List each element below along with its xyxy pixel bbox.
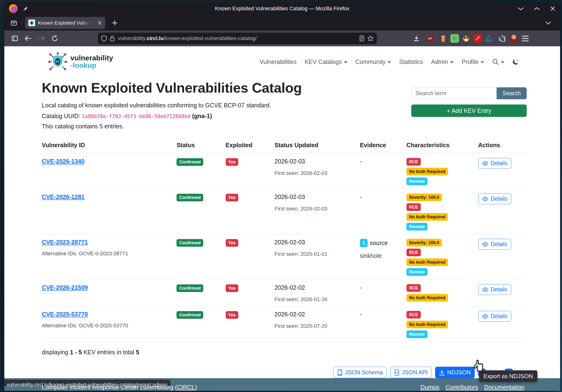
- table-header-row: Vulnerability IDStatusExploitedStatus Up…: [42, 139, 527, 153]
- search-button[interactable]: Search: [497, 87, 527, 99]
- details-button[interactable]: Details: [478, 284, 511, 295]
- nav-item-label: Admin: [431, 59, 448, 65]
- grid-extension-icon[interactable]: [450, 34, 459, 43]
- site-header: vulnerability -lookup VulnerabilitiesKEV…: [4, 46, 560, 71]
- nav-item-statistics[interactable]: Statistics: [399, 59, 423, 65]
- first-seen-date: First seen: 2026-02-03: [275, 206, 358, 212]
- alternative-ids: Alternative IDs: GCVE-0-2025-53770: [42, 322, 175, 329]
- list-tabs-chevron-icon[interactable]: [542, 18, 554, 28]
- eye-icon: [482, 242, 488, 247]
- evidence-count-badge: 1: [360, 239, 368, 247]
- nav-search-icon[interactable]: [492, 59, 504, 65]
- reload-button[interactable]: [49, 33, 61, 44]
- characteristic-badge: RCE: [407, 203, 421, 211]
- nav-item-admin[interactable]: Admin: [431, 59, 454, 65]
- json-schema-file-icon: JSON: [337, 369, 342, 376]
- entries-count: This catalog contains 5 entries.: [42, 123, 527, 130]
- firefox-window: Known Exploited Vulnerabilities Catalog …: [4, 2, 560, 391]
- column-header: Actions: [478, 139, 527, 153]
- back-button[interactable]: [22, 33, 34, 44]
- tracking-shield-icon[interactable]: [101, 35, 107, 42]
- tab-favicon-icon: [28, 20, 35, 26]
- privacy-badger-icon[interactable]: [460, 33, 472, 44]
- trash-extension-icon[interactable]: [437, 33, 449, 44]
- chevron-down-icon: [450, 61, 454, 63]
- exploited-badge: Yes: [226, 194, 238, 201]
- site-logo[interactable]: vulnerability -lookup: [48, 52, 113, 71]
- wand-extension-icon[interactable]: [473, 34, 482, 43]
- cve-link[interactable]: CVE-2025-53770: [42, 311, 88, 318]
- bookmark-star-icon[interactable]: [367, 35, 374, 42]
- search-input[interactable]: [411, 87, 497, 99]
- status-updated-date: 2026-02-03: [275, 239, 358, 246]
- json-schema-button[interactable]: JSON JSON Schema: [333, 367, 387, 378]
- characteristic-badge: Severity: 100.0: [407, 239, 442, 247]
- add-kev-entry-button[interactable]: + Add KEV Entry: [411, 105, 527, 117]
- nav-item-label: Community: [355, 59, 386, 65]
- maximize-button[interactable]: [534, 7, 540, 11]
- json-api-button[interactable]: JSON API: [390, 367, 432, 378]
- circl-link[interactable]: CIRCL: [177, 384, 195, 391]
- characteristic-badge: No Auth Required: [407, 213, 448, 221]
- main-nav: VulnerabilitiesKEV CatalogsCommunityStat…: [259, 58, 520, 65]
- characteristic-badge: Remote: [407, 268, 427, 276]
- window-title: Known Exploited Vulnerabilities Catalog …: [4, 5, 560, 12]
- footer-links: DumpsContributorsDocumentation: [420, 384, 524, 391]
- table-row: CVE-2025-53770Alternative IDs: GCVE-0-20…: [42, 306, 527, 342]
- characteristic-badge: No Auth Required: [407, 168, 448, 175]
- axe-devtools-icon[interactable]: ax: [483, 33, 495, 44]
- cve-link[interactable]: CVE-2026-1340: [42, 158, 84, 165]
- reader-mode-icon[interactable]: [359, 35, 364, 42]
- dark-mode-toggle-icon[interactable]: [512, 58, 520, 65]
- minimize-button[interactable]: [518, 7, 524, 11]
- status-updated-date: 2026-02-03: [275, 193, 358, 201]
- characteristic-badge: No Auth Required: [407, 321, 448, 328]
- characteristic-badge: No Auth Required: [407, 294, 448, 302]
- sidebar-toggle-icon[interactable]: [9, 33, 21, 44]
- status-updated-date: 2026-02-02: [275, 284, 358, 291]
- footer-link-dumps[interactable]: Dumps: [420, 384, 439, 391]
- footer-link-documentation[interactable]: Documentation: [484, 384, 524, 391]
- column-header: Characteristics: [407, 139, 478, 153]
- account-avatar[interactable]: [510, 34, 518, 43]
- cve-link[interactable]: CVE-2026-21509: [42, 284, 88, 291]
- details-button[interactable]: Details: [478, 311, 511, 322]
- nav-item-profile[interactable]: Profile: [462, 59, 484, 65]
- details-button[interactable]: Details: [478, 239, 511, 249]
- forward-button[interactable]: [35, 33, 48, 44]
- ublock-origin-icon[interactable]: uO: [424, 33, 436, 44]
- details-button[interactable]: Details: [478, 158, 511, 169]
- cve-link[interactable]: CVE-2023-28771: [42, 239, 88, 246]
- tab-close-icon[interactable]: [98, 21, 102, 25]
- nav-item-vulnerabilities[interactable]: Vulnerabilities: [259, 59, 296, 65]
- extensions-puzzle-icon[interactable]: [496, 33, 509, 44]
- alternative-ids: Alternative IDs: GCVE-0-2023-28771: [42, 250, 175, 257]
- footer-link-contributors[interactable]: Contributors: [445, 384, 478, 391]
- page-content: vulnerability -lookup VulnerabilitiesKEV…: [4, 46, 560, 391]
- cve-link[interactable]: CVE-2026-1281: [42, 193, 84, 200]
- status-badge: Confirmed: [176, 311, 203, 319]
- eye-icon: [482, 197, 488, 201]
- svg-text:JSON: JSON: [338, 374, 342, 375]
- downloads-icon[interactable]: [410, 33, 423, 44]
- export-tooltip: Export as NDJSON: [479, 370, 538, 382]
- ndjson-export-button[interactable]: NDJSON: [435, 367, 475, 378]
- nav-item-kev-catalogs[interactable]: KEV Catalogs: [304, 59, 347, 65]
- export-toolbar: JSON JSON Schema JSON API NDJSON Atom: [42, 367, 527, 378]
- window-titlebar[interactable]: Known Exploited Vulnerabilities Catalog …: [4, 2, 560, 15]
- new-tab-button[interactable]: [109, 18, 120, 28]
- characteristic-badge: No Auth Required: [407, 258, 448, 266]
- url-text[interactable]: vulnerability.circl.lu/known-exploited-v…: [118, 35, 356, 42]
- browser-tab[interactable]: Known Exploited Vulnerab: [25, 17, 105, 29]
- lock-icon[interactable]: [110, 35, 115, 42]
- menu-hamburger-icon[interactable]: [519, 33, 531, 44]
- url-bar[interactable]: vulnerability.circl.lu/known-exploited-v…: [98, 33, 377, 44]
- eye-icon: [482, 161, 488, 166]
- firefox-view-icon[interactable]: [8, 18, 20, 28]
- evidence-empty: -: [360, 189, 407, 234]
- details-button[interactable]: Details: [478, 193, 511, 204]
- nav-item-community[interactable]: Community: [355, 59, 391, 65]
- first-seen-date: First seen: 2025-07-20: [275, 323, 358, 329]
- catalog-actions-panel: Search + Add KEV Entry: [411, 87, 527, 117]
- close-button[interactable]: [550, 6, 555, 11]
